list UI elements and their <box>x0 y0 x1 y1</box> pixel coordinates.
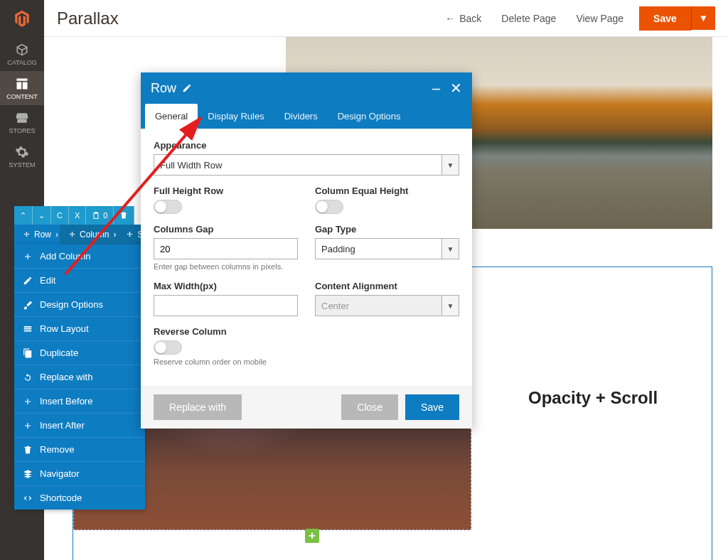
gear-icon <box>15 145 29 159</box>
reverse-hint: Reserve column order on mobile <box>154 357 459 366</box>
gap-type-label: Gap Type <box>315 224 459 235</box>
chevron-down-icon: ⌄ <box>38 211 45 220</box>
crumb-column[interactable]: Column <box>60 225 117 244</box>
tab-display-rules[interactable]: Display Rules <box>198 104 274 129</box>
move-icon <box>126 231 134 239</box>
add-element-button[interactable]: + <box>305 529 319 543</box>
trash-icon <box>119 211 128 220</box>
pencil-icon <box>23 276 33 286</box>
equal-height-toggle[interactable] <box>315 200 343 214</box>
sidebar-label: SYSTEM <box>9 161 35 168</box>
chevron-down-icon: ▼ <box>441 155 459 175</box>
sidebar-item-content[interactable]: CONTENT <box>0 71 44 105</box>
menu-label: Navigator <box>40 468 80 479</box>
modal-title: Row <box>151 81 176 96</box>
reverse-toggle[interactable] <box>154 340 182 355</box>
gap-type-select[interactable]: Padding ▼ <box>315 238 459 259</box>
gap-type-value: Padding <box>321 244 355 254</box>
appearance-select[interactable]: Full Width Row ▼ <box>154 154 459 176</box>
tab-dividers[interactable]: Dividers <box>274 104 328 129</box>
code-icon <box>23 493 33 503</box>
toolbar-count-label: 0 <box>103 211 107 220</box>
menu-edit[interactable]: Edit <box>14 268 145 292</box>
toolbar-cut[interactable]: X <box>69 206 86 225</box>
toolbar-copy[interactable]: C <box>51 206 69 225</box>
close-button[interactable]: ✕ <box>450 81 462 95</box>
toolbar-count[interactable]: 0 <box>86 206 114 225</box>
replace-with-button[interactable]: Replace with <box>154 394 242 420</box>
sidebar-item-catalog[interactable]: CATALOG <box>0 37 44 71</box>
reverse-label: Reverse Column <box>154 326 459 337</box>
view-page-link[interactable]: View Page <box>576 13 623 24</box>
max-width-input[interactable] <box>154 295 298 316</box>
modal-tabs: General Display Rules Dividers Design Op… <box>141 104 472 129</box>
minimize-button[interactable]: – <box>432 81 440 95</box>
content-align-select[interactable]: Center ▼ <box>315 295 459 316</box>
save-modal-button[interactable]: Save <box>405 394 459 420</box>
delete-page-link[interactable]: Delete Page <box>501 13 556 24</box>
stack-icon <box>23 469 33 479</box>
sidebar-item-system[interactable]: SYSTEM <box>0 139 44 173</box>
menu-remove[interactable]: Remove <box>14 437 145 461</box>
crumb-row-label: Row <box>34 230 51 239</box>
page-header: Parallax ← Back Delete Page View Page Sa… <box>44 0 728 37</box>
crumb-row[interactable]: Row <box>14 225 60 244</box>
save-dropdown-button[interactable]: ▼ <box>691 6 715 30</box>
tab-general[interactable]: General <box>145 104 198 129</box>
magento-logo[interactable] <box>0 0 44 37</box>
arrow-left-icon: ← <box>445 13 455 24</box>
full-height-toggle[interactable] <box>154 200 182 214</box>
back-link[interactable]: ← Back <box>445 13 481 24</box>
row-context-menu: Add Column Edit Design Options Row Layou… <box>14 244 145 510</box>
menu-add-column[interactable]: Add Column <box>14 244 145 268</box>
cube-icon <box>15 43 29 57</box>
menu-label: Duplicate <box>40 348 78 358</box>
toolbar-move-up[interactable]: ⌃ <box>14 206 33 225</box>
appearance-label: Appearance <box>154 140 459 151</box>
menu-navigator[interactable]: Navigator <box>14 461 145 485</box>
menu-row-layout[interactable]: Row Layout <box>14 316 145 340</box>
layout-icon <box>15 77 29 91</box>
save-button[interactable]: Save <box>639 6 691 31</box>
store-icon <box>15 111 29 125</box>
max-width-label: Max Width(px) <box>154 281 298 291</box>
menu-duplicate[interactable]: Duplicate <box>14 340 145 365</box>
columns-gap-input[interactable] <box>154 238 298 259</box>
crumb-column-label: Column <box>80 230 109 239</box>
sidebar-label: CONTENT <box>6 93 38 100</box>
close-modal-button[interactable]: Close <box>341 394 398 420</box>
menu-label: Insert After <box>40 420 85 431</box>
opacity-scroll-heading: Opacity + Scroll <box>528 388 658 408</box>
menu-shortcode[interactable]: Shortcode <box>14 485 145 510</box>
menu-design-options[interactable]: Design Options <box>14 292 145 316</box>
back-label: Back <box>459 13 481 24</box>
refresh-icon <box>23 372 33 382</box>
menu-label: Edit <box>40 275 55 286</box>
menu-label: Remove <box>40 444 74 455</box>
page-title: Parallax <box>57 9 119 28</box>
toolbar-move-down[interactable]: ⌄ <box>33 206 51 225</box>
toolbar-delete[interactable] <box>114 206 134 225</box>
plus-icon <box>23 397 33 406</box>
modal-header[interactable]: Row – ✕ <box>141 72 472 104</box>
menu-insert-after[interactable]: Insert After <box>14 413 145 437</box>
sidebar-item-stores[interactable]: STORES <box>0 105 44 139</box>
rows-icon <box>23 324 33 334</box>
brush-icon <box>23 300 33 310</box>
plus-icon <box>23 421 33 431</box>
full-height-label: Full Height Row <box>154 185 298 196</box>
menu-replace-with[interactable]: Replace with <box>14 365 145 389</box>
copy-icon <box>23 348 33 358</box>
trash-icon <box>23 445 33 455</box>
chevron-up-icon: ⌃ <box>20 211 26 220</box>
menu-insert-before[interactable]: Insert Before <box>14 389 145 413</box>
pencil-icon[interactable] <box>182 83 192 93</box>
move-icon <box>23 231 31 239</box>
tab-design-options[interactable]: Design Options <box>328 104 411 129</box>
menu-label: Replace with <box>40 372 92 382</box>
content-align-value: Center <box>321 301 349 311</box>
plus-icon <box>23 252 33 262</box>
sidebar-label: STORES <box>9 127 36 134</box>
move-icon <box>68 231 76 239</box>
chevron-down-icon: ▼ <box>441 296 459 316</box>
